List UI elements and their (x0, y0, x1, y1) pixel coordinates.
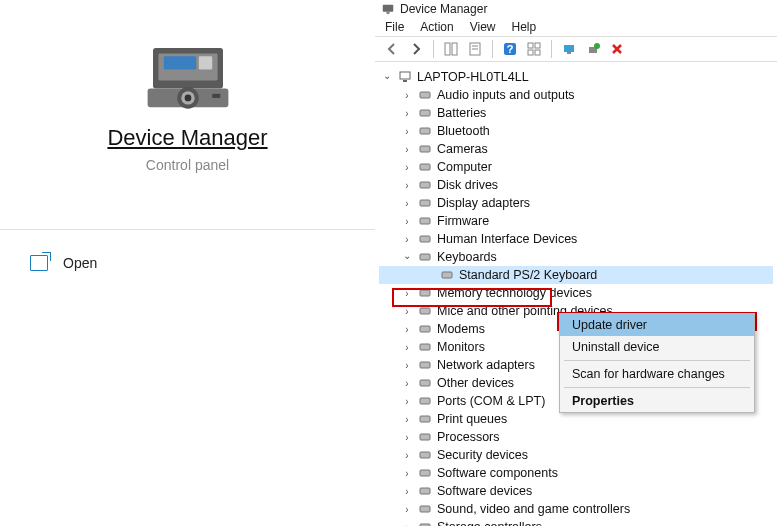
chevron-down-icon[interactable] (381, 72, 393, 83)
svg-rect-12 (452, 43, 457, 55)
category-icon (417, 177, 433, 193)
svg-rect-29 (420, 110, 430, 116)
svg-rect-39 (420, 290, 430, 296)
open-external-icon (30, 255, 48, 271)
chevron-icon[interactable] (401, 486, 413, 497)
chevron-icon[interactable] (401, 216, 413, 227)
svg-rect-45 (420, 398, 430, 404)
chevron-icon[interactable] (401, 252, 413, 263)
context-properties[interactable]: Properties (560, 390, 754, 412)
uninstall-icon[interactable] (608, 40, 626, 58)
tree-category[interactable]: Firmware (379, 212, 773, 230)
menu-help[interactable]: Help (512, 20, 537, 34)
category-label: Network adapters (437, 358, 535, 372)
control-panel-card[interactable]: Device Manager Control panel (0, 0, 375, 230)
tree-category[interactable]: Display adapters (379, 194, 773, 212)
open-action-row[interactable]: Open (0, 230, 375, 296)
device-label: Standard PS/2 Keyboard (459, 268, 597, 282)
tree-category[interactable]: Disk drives (379, 176, 773, 194)
scan-hardware-icon[interactable] (560, 40, 578, 58)
tree-category[interactable]: Storage controllers (379, 518, 773, 526)
forward-button[interactable] (407, 40, 425, 58)
tree-category[interactable]: Software devices (379, 482, 773, 500)
menu-file[interactable]: File (385, 20, 404, 34)
add-legacy-icon[interactable] (584, 40, 602, 58)
svg-rect-23 (567, 52, 571, 54)
tree-category[interactable]: Audio inputs and outputs (379, 86, 773, 104)
svg-rect-42 (420, 344, 430, 350)
help-icon[interactable]: ? (501, 40, 519, 58)
category-label: Storage controllers (437, 520, 542, 526)
svg-rect-36 (420, 236, 430, 242)
chevron-icon[interactable] (401, 414, 413, 425)
context-uninstall-device[interactable]: Uninstall device (560, 336, 754, 358)
properties-icon[interactable] (466, 40, 484, 58)
computer-icon (397, 69, 413, 85)
chevron-icon[interactable] (401, 144, 413, 155)
chevron-icon[interactable] (401, 378, 413, 389)
tree-device[interactable]: Standard PS/2 Keyboard (379, 266, 773, 284)
tree-category[interactable]: Memory technology devices (379, 284, 773, 302)
tree-category[interactable]: Software components (379, 464, 773, 482)
chevron-icon[interactable] (401, 522, 413, 527)
category-label: Security devices (437, 448, 528, 462)
chevron-icon[interactable] (401, 450, 413, 461)
tree-category[interactable]: Cameras (379, 140, 773, 158)
tree-category[interactable]: Batteries (379, 104, 773, 122)
category-icon (417, 87, 433, 103)
chevron-icon[interactable] (401, 234, 413, 245)
category-icon (417, 375, 433, 391)
svg-rect-3 (198, 56, 211, 69)
device-tree[interactable]: LAPTOP-HL0TL4LL Audio inputs and outputs… (375, 62, 777, 526)
tree-root[interactable]: LAPTOP-HL0TL4LL (379, 68, 773, 86)
context-update-driver[interactable]: Update driver (560, 314, 754, 336)
svg-rect-26 (400, 72, 410, 79)
category-label: Print queues (437, 412, 507, 426)
tree-category[interactable]: Keyboards (379, 248, 773, 266)
grid-icon[interactable] (525, 40, 543, 58)
tree-category[interactable]: Human Interface Devices (379, 230, 773, 248)
chevron-icon[interactable] (401, 162, 413, 173)
chevron-icon[interactable] (401, 432, 413, 443)
context-scan-hardware[interactable]: Scan for hardware changes (560, 363, 754, 385)
category-icon (417, 519, 433, 526)
category-icon (417, 465, 433, 481)
device-manager-large-icon (143, 40, 233, 110)
category-label: Processors (437, 430, 500, 444)
tree-category[interactable]: Sound, video and game controllers (379, 500, 773, 518)
chevron-icon[interactable] (401, 288, 413, 299)
svg-rect-48 (420, 452, 430, 458)
device-icon (439, 267, 455, 283)
control-panel-title[interactable]: Device Manager (107, 125, 267, 151)
chevron-icon[interactable] (401, 504, 413, 515)
show-hide-tree-icon[interactable] (442, 40, 460, 58)
tree-category[interactable]: Bluetooth (379, 122, 773, 140)
chevron-icon[interactable] (401, 396, 413, 407)
svg-rect-47 (420, 434, 430, 440)
chevron-icon[interactable] (401, 90, 413, 101)
back-button[interactable] (383, 40, 401, 58)
menu-action[interactable]: Action (420, 20, 453, 34)
category-icon (417, 123, 433, 139)
category-icon (417, 213, 433, 229)
chevron-icon[interactable] (401, 180, 413, 191)
chevron-icon[interactable] (401, 126, 413, 137)
context-menu: Update driver Uninstall device Scan for … (559, 313, 755, 413)
chevron-icon[interactable] (401, 342, 413, 353)
chevron-icon[interactable] (401, 306, 413, 317)
tree-category[interactable]: Processors (379, 428, 773, 446)
toolbar-separator (551, 40, 552, 58)
chevron-icon[interactable] (401, 468, 413, 479)
tree-root-label: LAPTOP-HL0TL4LL (417, 70, 529, 84)
chevron-icon[interactable] (401, 108, 413, 119)
chevron-icon[interactable] (401, 198, 413, 209)
category-label: Modems (437, 322, 485, 336)
svg-rect-28 (420, 92, 430, 98)
menu-view[interactable]: View (470, 20, 496, 34)
tree-category[interactable]: Security devices (379, 446, 773, 464)
svg-rect-51 (420, 506, 430, 512)
chevron-icon[interactable] (401, 324, 413, 335)
chevron-icon[interactable] (401, 360, 413, 371)
tree-category[interactable]: Computer (379, 158, 773, 176)
category-icon (417, 429, 433, 445)
